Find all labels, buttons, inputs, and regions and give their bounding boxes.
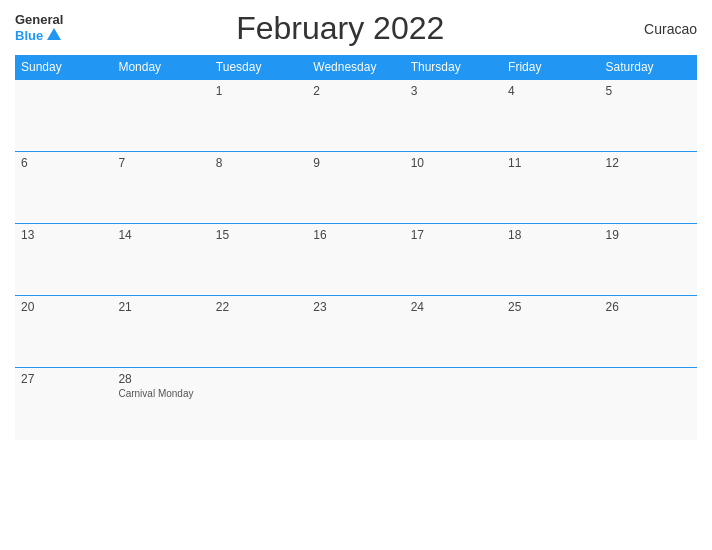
weekday-friday: Friday — [502, 55, 599, 80]
day-number: 19 — [606, 228, 691, 242]
svg-marker-0 — [47, 28, 61, 40]
day-number: 8 — [216, 156, 301, 170]
calendar-day-cell: 21 — [112, 296, 209, 368]
calendar-day-cell — [307, 368, 404, 440]
calendar-day-cell: 13 — [15, 224, 112, 296]
calendar-day-cell: 16 — [307, 224, 404, 296]
calendar-week-row: 2728Carnival Monday — [15, 368, 697, 440]
day-number: 22 — [216, 300, 301, 314]
calendar-day-cell: 15 — [210, 224, 307, 296]
calendar-day-cell: 10 — [405, 152, 502, 224]
calendar-day-cell: 25 — [502, 296, 599, 368]
day-number: 27 — [21, 372, 106, 386]
day-number: 21 — [118, 300, 203, 314]
calendar-day-cell: 23 — [307, 296, 404, 368]
calendar-day-cell: 1 — [210, 80, 307, 152]
day-number: 12 — [606, 156, 691, 170]
country-name: Curacao — [617, 21, 697, 37]
day-number: 4 — [508, 84, 593, 98]
calendar-day-cell: 6 — [15, 152, 112, 224]
calendar-body: 1234567891011121314151617181920212223242… — [15, 80, 697, 440]
day-number: 10 — [411, 156, 496, 170]
calendar-day-cell: 27 — [15, 368, 112, 440]
calendar-day-cell: 22 — [210, 296, 307, 368]
day-number: 14 — [118, 228, 203, 242]
logo-general: General — [15, 13, 63, 26]
logo-icon — [45, 26, 63, 44]
day-number: 17 — [411, 228, 496, 242]
calendar-day-cell: 11 — [502, 152, 599, 224]
calendar-day-cell: 7 — [112, 152, 209, 224]
calendar-day-cell: 2 — [307, 80, 404, 152]
calendar-week-row: 20212223242526 — [15, 296, 697, 368]
calendar-day-cell: 5 — [600, 80, 697, 152]
calendar-day-cell: 9 — [307, 152, 404, 224]
calendar-day-cell — [210, 368, 307, 440]
day-number: 25 — [508, 300, 593, 314]
day-number: 23 — [313, 300, 398, 314]
calendar-day-cell: 4 — [502, 80, 599, 152]
day-number: 3 — [411, 84, 496, 98]
day-number: 18 — [508, 228, 593, 242]
calendar-week-row: 13141516171819 — [15, 224, 697, 296]
calendar-header-row: Sunday Monday Tuesday Wednesday Thursday… — [15, 55, 697, 80]
weekday-monday: Monday — [112, 55, 209, 80]
month-title: February 2022 — [63, 10, 617, 47]
calendar-day-cell — [405, 368, 502, 440]
weekday-wednesday: Wednesday — [307, 55, 404, 80]
calendar-day-cell: 26 — [600, 296, 697, 368]
calendar-day-cell — [15, 80, 112, 152]
logo: General Blue — [15, 13, 63, 44]
weekday-tuesday: Tuesday — [210, 55, 307, 80]
calendar-day-cell: 28Carnival Monday — [112, 368, 209, 440]
calendar-container: General Blue February 2022 Curacao Sunda… — [0, 0, 712, 550]
day-number: 16 — [313, 228, 398, 242]
event-label: Carnival Monday — [118, 388, 203, 399]
weekday-thursday: Thursday — [405, 55, 502, 80]
day-number: 9 — [313, 156, 398, 170]
calendar-day-cell — [600, 368, 697, 440]
calendar-day-cell — [502, 368, 599, 440]
weekday-saturday: Saturday — [600, 55, 697, 80]
calendar-day-cell: 18 — [502, 224, 599, 296]
day-number: 13 — [21, 228, 106, 242]
day-number: 26 — [606, 300, 691, 314]
logo-blue: Blue — [15, 29, 43, 42]
calendar-day-cell: 3 — [405, 80, 502, 152]
calendar-day-cell: 17 — [405, 224, 502, 296]
day-number: 6 — [21, 156, 106, 170]
day-number: 20 — [21, 300, 106, 314]
day-number: 24 — [411, 300, 496, 314]
day-number: 1 — [216, 84, 301, 98]
calendar-day-cell: 8 — [210, 152, 307, 224]
calendar-week-row: 12345 — [15, 80, 697, 152]
weekday-sunday: Sunday — [15, 55, 112, 80]
calendar-day-cell: 12 — [600, 152, 697, 224]
calendar-day-cell: 20 — [15, 296, 112, 368]
calendar-day-cell: 24 — [405, 296, 502, 368]
day-number: 7 — [118, 156, 203, 170]
calendar-day-cell: 14 — [112, 224, 209, 296]
calendar-day-cell — [112, 80, 209, 152]
day-number: 15 — [216, 228, 301, 242]
calendar-day-cell: 19 — [600, 224, 697, 296]
calendar-table: Sunday Monday Tuesday Wednesday Thursday… — [15, 55, 697, 440]
day-number: 2 — [313, 84, 398, 98]
day-number: 28 — [118, 372, 203, 386]
calendar-week-row: 6789101112 — [15, 152, 697, 224]
calendar-header: General Blue February 2022 Curacao — [15, 10, 697, 47]
day-number: 11 — [508, 156, 593, 170]
day-number: 5 — [606, 84, 691, 98]
